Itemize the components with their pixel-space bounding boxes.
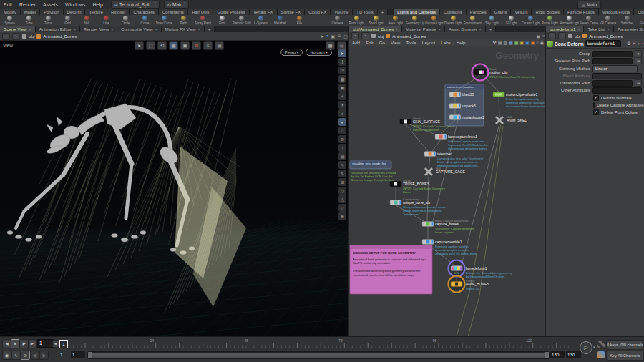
nav-forward-button[interactable]: › bbox=[12, 33, 20, 40]
param-field-skeleton-root-path[interactable] bbox=[592, 58, 633, 64]
zoom-icon[interactable]: ⌕ bbox=[536, 40, 538, 45]
shelf-tool-curve[interactable]: Curve bbox=[135, 15, 155, 26]
range-fill[interactable] bbox=[92, 353, 545, 358]
shelf-tool-gamepad[interactable]: Gamepad bbox=[637, 15, 644, 26]
shelf-tool-camera[interactable]: Camera bbox=[328, 15, 347, 26]
snap-options-icon[interactable]: ▣ bbox=[180, 41, 190, 50]
tab-close-icon[interactable]: × bbox=[155, 27, 157, 31]
zoom-icon[interactable]: ⌕ bbox=[637, 41, 640, 47]
tab-animation-editor[interactable]: Animation Editor× bbox=[36, 26, 80, 32]
tab-close-icon[interactable]: × bbox=[111, 27, 113, 31]
tab-close-icon[interactable]: × bbox=[608, 27, 610, 31]
tab-asset-browser[interactable]: Asset Browser× bbox=[445, 26, 486, 32]
autokey-icon[interactable]: ◉ bbox=[2, 351, 11, 360]
shelf-tool-line[interactable]: Line bbox=[97, 15, 116, 26]
network-menu-go[interactable]: Go bbox=[376, 40, 388, 45]
shelf-tab-hair-utils[interactable]: Hair Utils bbox=[188, 9, 213, 15]
tab-close-icon[interactable]: × bbox=[479, 27, 482, 31]
grid-blue-icon[interactable]: ▦ bbox=[509, 40, 513, 45]
desktop-tab-menu-icon[interactable]: ⁝ bbox=[155, 1, 156, 7]
range-end-field[interactable]: 130 bbox=[550, 351, 565, 358]
shelf-tool-circle[interactable]: Circle bbox=[116, 15, 135, 26]
tab-obj-animated-bones[interactable]: obj/Animated_Bones× bbox=[349, 26, 402, 32]
node-rigstashpose2[interactable]: rigstashpose2 bbox=[449, 115, 484, 120]
node-bonecapturelines1[interactable]: bonecapturelines1Add boneCapture point a… bbox=[435, 134, 488, 151]
path-node[interactable]: Animated_Bones bbox=[43, 34, 77, 39]
list-view-icon[interactable]: ▥ bbox=[503, 40, 507, 45]
pose-icon[interactable]: ⟲ bbox=[157, 41, 167, 50]
network-menu-labs[interactable]: Labs bbox=[438, 40, 453, 45]
checkbox-delete-capture-attributes[interactable] bbox=[593, 102, 595, 108]
shelf-tab-modify[interactable]: Modify bbox=[0, 9, 21, 15]
lock-icon[interactable]: ▣ bbox=[338, 84, 346, 92]
shelf-tool-path[interactable]: Path bbox=[174, 15, 193, 26]
persp-view-pill[interactable]: Persp ▾ bbox=[280, 49, 303, 56]
flag-blue-icon[interactable]: ▣ bbox=[525, 40, 530, 45]
grid-green-icon[interactable]: ▦ bbox=[514, 40, 519, 45]
checkbox-deform-normals[interactable]: ✓ bbox=[593, 95, 599, 101]
playback-options-button[interactable]: ▷ bbox=[580, 341, 592, 354]
multisnap-icon[interactable]: ⌗ bbox=[203, 41, 213, 50]
nav-back-button[interactable]: ‹ bbox=[548, 32, 556, 39]
group-icon[interactable]: ⊞ bbox=[338, 178, 346, 186]
snapshot-icon[interactable]: ◉ bbox=[540, 40, 544, 45]
path-root[interactable]: obj bbox=[575, 34, 580, 39]
box-select-icon[interactable]: ⬚ bbox=[146, 41, 155, 50]
node-ANIM_SKEL[interactable]: NullANIM_SKEL bbox=[495, 115, 527, 124]
next-frame-button[interactable]: ▶| bbox=[28, 339, 37, 348]
shelf-tab-oceans[interactable]: Oceans bbox=[634, 9, 644, 15]
shelf-tool-spot-light[interactable]: Spot Light bbox=[366, 15, 386, 26]
world-icon[interactable]: ● bbox=[326, 34, 329, 39]
pivot-icon[interactable]: ⌖ bbox=[338, 92, 346, 100]
shelf-tab-deform[interactable]: Deform bbox=[64, 9, 86, 15]
range-end-field2[interactable]: 130 bbox=[566, 351, 581, 358]
menu-help[interactable]: Help bbox=[89, 2, 106, 7]
network-canvas[interactable]: Geometryextract rest positionvisualize_t… bbox=[349, 46, 545, 336]
shelf-tab-simple-fx[interactable]: Simple FX bbox=[278, 9, 306, 15]
shelf-tab-volume[interactable]: Volume bbox=[331, 9, 353, 15]
path-root[interactable]: obj bbox=[378, 34, 384, 39]
network-menu-edit[interactable]: Edit bbox=[363, 40, 376, 45]
select-icon[interactable]: ➤ bbox=[338, 49, 346, 57]
up-axis-icon[interactable]: △ bbox=[338, 195, 346, 203]
key-all-channels-button[interactable]: Key All Channels bbox=[606, 351, 644, 361]
tab-parameter-spreadsheet[interactable]: Parameter Spreadsheet× bbox=[614, 26, 644, 32]
key-channels-icon[interactable] bbox=[597, 351, 605, 358]
normals-icon[interactable]: ↑ bbox=[338, 144, 346, 152]
path-node[interactable]: Animated_Bones bbox=[589, 34, 623, 39]
param-field-group[interactable] bbox=[592, 51, 633, 57]
tab-item[interactable]: + bbox=[486, 26, 497, 32]
path-root[interactable]: obj bbox=[29, 34, 34, 39]
points-icon[interactable]: ⊙ bbox=[338, 135, 346, 143]
grid-snap-icon[interactable]: ▤ bbox=[215, 41, 224, 50]
desktop-tab-technical[interactable]: ⊞ Technical_Spli... ⁝ bbox=[111, 1, 160, 9]
shelf-tool-caustic-light[interactable]: Caustic Light bbox=[521, 15, 540, 26]
shelf-tab-viscous-fluids[interactable]: Viscous Fluids bbox=[599, 9, 635, 15]
gear-icon[interactable]: ⚙ bbox=[627, 41, 631, 47]
shelf-tool-tube[interactable]: Tube bbox=[19, 15, 39, 26]
character-icon[interactable]: ☺ bbox=[337, 34, 341, 39]
nav-back-button[interactable]: ‹ bbox=[351, 32, 359, 39]
tab-close-icon[interactable]: × bbox=[29, 27, 31, 31]
node-name-field[interactable]: bonedeform1 bbox=[585, 40, 621, 47]
shelf-tab-particles[interactable]: Particles bbox=[467, 9, 491, 15]
nav-back-button[interactable]: ‹ bbox=[2, 33, 10, 40]
frame-range-slider[interactable] bbox=[87, 351, 550, 359]
shelf-tab-lights-and-cameras[interactable]: Lights and Cameras bbox=[394, 9, 440, 15]
sticky-note[interactable]: SKINNING SETUP FOR BONE GEOMETRYAnatomic… bbox=[350, 245, 432, 294]
menu-render[interactable]: Render bbox=[16, 2, 39, 7]
menu-assets[interactable]: Assets bbox=[39, 2, 62, 7]
keys-info-button[interactable]: 0 keys, 0/0 channels bbox=[606, 340, 644, 350]
shelf-tab-constraints[interactable]: Constraints bbox=[159, 9, 188, 15]
desktop-corner-switcher[interactable]: ▤ Main bbox=[577, 1, 601, 9]
down-axis-icon[interactable]: ▽ bbox=[338, 204, 346, 212]
shelf-tab-cloud-fx[interactable]: Cloud FX bbox=[305, 9, 331, 15]
shelf-tool-volume-light[interactable]: Volume Light bbox=[424, 15, 444, 26]
shelf-tool-file[interactable]: File bbox=[290, 15, 309, 26]
uv-icon[interactable]: ▤ bbox=[338, 152, 346, 160]
checkbox-delete-point-colors[interactable]: ✓ bbox=[593, 109, 599, 115]
menu-edit[interactable]: Edit bbox=[0, 2, 16, 7]
shelf-tool-spray-paint[interactable]: Spray Paint bbox=[193, 15, 213, 26]
shelf-tab-model[interactable]: Model bbox=[21, 9, 40, 15]
nav-forward-button[interactable]: › bbox=[558, 32, 566, 39]
